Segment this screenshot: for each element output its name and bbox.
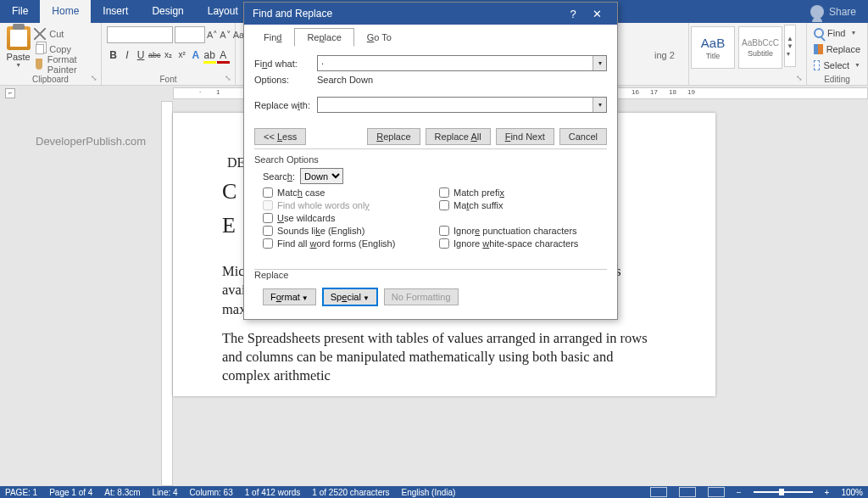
zoom-in-button[interactable]: + — [825, 488, 830, 497]
style-subtitle[interactable]: AaBbCcC Subtitle — [738, 26, 782, 69]
cancel-button[interactable]: Cancel — [559, 128, 607, 145]
tab-find[interactable]: Find — [251, 28, 294, 47]
status-bar: PAGE: 1 Page 1 of 4 At: 8.3cm Line: 4 Co… — [0, 486, 868, 498]
dialog-tabs: Find Replace Go To — [244, 25, 617, 47]
find-next-button[interactable]: Find Next — [496, 128, 554, 145]
zoom-out-button[interactable]: − — [737, 488, 742, 497]
user-icon — [810, 5, 824, 19]
tab-replace[interactable]: Replace — [294, 28, 353, 47]
options-value: Search Down — [317, 75, 373, 85]
paste-button[interactable]: Paste ▼ — [5, 25, 31, 71]
less-button[interactable]: << Less — [254, 128, 306, 145]
search-options-label: Search Options — [254, 154, 607, 165]
editing-group-label: Editing — [807, 75, 867, 84]
zoom-level[interactable]: 100% — [841, 488, 863, 497]
match-prefix-checkbox[interactable]: Match prefix — [439, 187, 607, 198]
dialog-titlebar[interactable]: Find and Replace ? ✕ — [244, 3, 617, 25]
special-button[interactable]: Special▼ — [323, 288, 377, 305]
clipboard-group-label: Clipboard — [0, 75, 101, 84]
find-icon — [814, 28, 824, 38]
chevron-down-icon: ▼ — [850, 30, 856, 36]
cut-button[interactable]: Cut — [31, 26, 96, 41]
find-what-input[interactable]: .▾ — [317, 55, 607, 71]
strike-button[interactable]: abc — [148, 47, 161, 64]
highlight-button[interactable]: ab — [203, 47, 216, 64]
font-launcher-icon[interactable]: ⤡ — [225, 74, 231, 82]
grow-font-button[interactable]: A˄ — [207, 27, 218, 42]
bold-button[interactable]: B — [107, 47, 120, 64]
font-group-label: Font — [102, 75, 235, 84]
select-button[interactable]: Select▼ — [812, 58, 862, 72]
shrink-font-button[interactable]: A˅ — [220, 27, 231, 42]
font-name-input[interactable] — [107, 26, 173, 43]
replace-with-input[interactable]: ▾ — [317, 97, 607, 113]
tab-layout[interactable]: Layout — [196, 0, 250, 23]
underline-button[interactable]: U — [134, 47, 147, 64]
ignore-punct-checkbox[interactable]: Ignore punctuation characters — [439, 226, 607, 236]
file-tab[interactable]: File — [0, 0, 40, 23]
copy-icon — [36, 44, 44, 54]
no-formatting-button: No Formatting — [384, 288, 459, 305]
subscript-button[interactable]: x₂ — [162, 47, 175, 64]
read-mode-button[interactable] — [650, 487, 667, 497]
tab-selector[interactable]: ⌐ — [5, 88, 15, 98]
partial-style-name: ing 2 — [654, 23, 688, 85]
italic-button[interactable]: I — [120, 47, 133, 64]
styles-more-button[interactable]: ▲▼▾ — [784, 25, 796, 67]
zoom-slider[interactable] — [754, 491, 813, 493]
paste-label: Paste — [7, 52, 31, 62]
font-color-button[interactable]: A — [217, 47, 230, 64]
find-button[interactable]: Find▼ — [812, 25, 862, 40]
status-language[interactable]: English (India) — [402, 488, 456, 497]
style-title[interactable]: AaB Title — [691, 26, 735, 69]
vertical-ruler[interactable] — [161, 101, 173, 486]
status-column[interactable]: Column: 63 — [190, 488, 233, 497]
font-group: A˄ A˅ Aa B I U abc x₂ x² A ab A Font ⤡ — [102, 23, 236, 85]
styles-group: AaB Title AaBbCcC Subtitle ▲▼▾ ⤡ — [688, 23, 807, 85]
replace-one-button[interactable]: Replace — [367, 128, 420, 145]
styles-launcher-icon[interactable]: ⤡ — [796, 74, 803, 82]
print-layout-button[interactable] — [679, 487, 696, 497]
tab-design[interactable]: Design — [140, 0, 195, 23]
match-case-checkbox[interactable]: Match case — [263, 187, 431, 198]
replace-button[interactable]: Replace — [812, 42, 862, 56]
clipboard-group: Paste ▼ Cut Copy Format Painter Clipboar… — [0, 23, 102, 85]
chevron-down-icon: ▼ — [854, 62, 860, 68]
format-button[interactable]: Format▼ — [263, 288, 316, 305]
close-button[interactable]: ✕ — [585, 8, 609, 20]
replace-all-button[interactable]: Replace All — [426, 128, 491, 145]
tab-insert[interactable]: Insert — [91, 0, 140, 23]
format-painter-icon — [36, 59, 42, 70]
sounds-like-checkbox[interactable]: Sounds like (English) — [263, 226, 431, 236]
options-label: Options: — [254, 75, 317, 85]
format-painter-button[interactable]: Format Painter — [31, 57, 96, 71]
dropdown-icon[interactable]: ▾ — [593, 98, 606, 112]
whole-words-checkbox: Find whole words only — [263, 200, 431, 210]
word-forms-checkbox[interactable]: Find all word forms (English) — [263, 238, 431, 249]
status-chars[interactable]: 1 of 2520 characters — [312, 488, 389, 497]
match-suffix-checkbox[interactable]: Match suffix — [439, 200, 607, 210]
font-size-input[interactable] — [175, 26, 205, 43]
search-direction-label: Search: — [263, 171, 295, 182]
dropdown-icon[interactable]: ▾ — [593, 56, 606, 70]
status-line[interactable]: Line: 4 — [153, 488, 178, 497]
wildcards-checkbox[interactable]: Use wildcards — [263, 213, 431, 223]
search-direction-select[interactable]: Down — [300, 168, 343, 184]
superscript-button[interactable]: x² — [175, 47, 188, 64]
status-words[interactable]: 1 of 412 words — [245, 488, 301, 497]
ignore-whitespace-checkbox[interactable]: Ignore white-space characters — [439, 238, 607, 249]
share-button[interactable]: Share — [829, 6, 856, 18]
tab-goto[interactable]: Go To — [354, 28, 404, 47]
status-page-of[interactable]: Page 1 of 4 — [49, 488, 92, 497]
cut-icon — [34, 28, 46, 40]
help-button[interactable]: ? — [561, 8, 585, 20]
text-effects-button[interactable]: A — [189, 47, 202, 64]
clipboard-launcher-icon[interactable]: ⤡ — [91, 74, 97, 82]
status-at[interactable]: At: 8.3cm — [104, 488, 140, 497]
replace-icon — [814, 44, 823, 54]
doc-paragraph-2: The Spreadsheets present with tables of … — [222, 329, 658, 386]
replace-section-label: Replace — [254, 270, 292, 280]
status-page[interactable]: PAGE: 1 — [5, 488, 37, 497]
tab-home[interactable]: Home — [40, 0, 91, 23]
web-layout-button[interactable] — [708, 487, 725, 497]
